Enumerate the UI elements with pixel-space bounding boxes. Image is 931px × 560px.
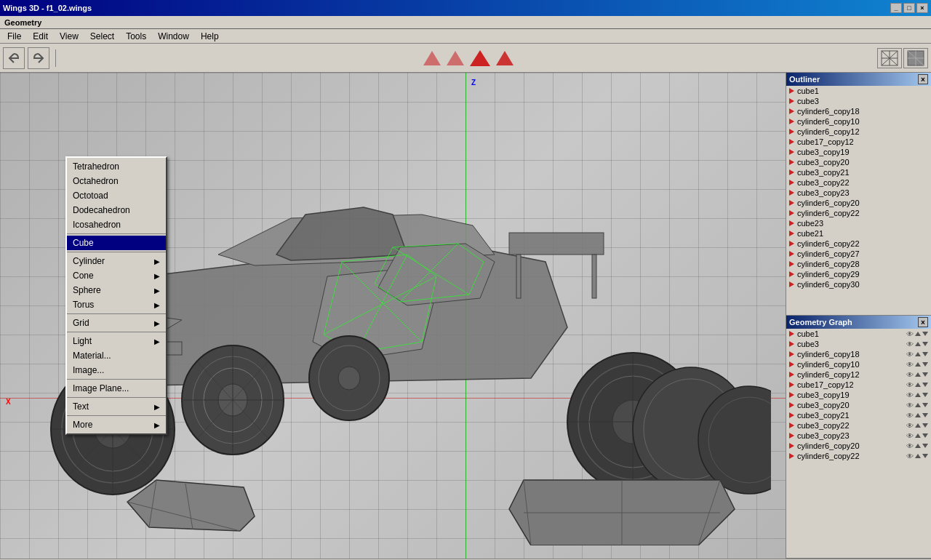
view-tri-4[interactable] — [496, 51, 514, 65]
visibility-icon[interactable]: 👁 — [906, 442, 914, 450]
move-down-icon[interactable] — [922, 444, 928, 448]
move-down-icon[interactable] — [922, 332, 928, 336]
visibility-icon[interactable]: 👁 — [906, 401, 914, 409]
menu-edit[interactable]: Edit — [27, 30, 54, 43]
outliner-item[interactable]: cube17_copy12 — [786, 137, 931, 147]
outliner-item[interactable]: cylinder6_copy27 — [786, 249, 931, 259]
outliner-item[interactable]: cube3_copy20 — [786, 157, 931, 167]
menu-icosahedron[interactable]: Icosahedron — [67, 217, 166, 232]
menu-text[interactable]: Text ▶ — [67, 399, 166, 414]
move-down-icon[interactable] — [922, 413, 928, 417]
move-up-icon[interactable] — [915, 372, 921, 377]
outliner-item[interactable]: cube3_copy19 — [786, 147, 931, 157]
outliner-item[interactable]: cylinder6_copy29 — [786, 269, 931, 279]
geograph-item[interactable]: cylinder6_copy10 👁 — [786, 359, 931, 369]
move-up-icon[interactable] — [915, 413, 921, 417]
outliner-item[interactable]: cube3_copy21 — [786, 167, 931, 177]
wireframe-view-button[interactable] — [877, 48, 902, 68]
undo-button[interactable] — [3, 47, 25, 69]
move-up-icon[interactable] — [915, 332, 921, 336]
geograph-item[interactable]: cube3_copy22 👁 — [786, 420, 931, 431]
menu-tools[interactable]: Tools — [120, 30, 152, 43]
outliner-item[interactable]: cylinder6_copy10 — [786, 116, 931, 127]
view-tri-3[interactable] — [470, 50, 490, 66]
geograph-item[interactable]: cylinder6_copy22 👁 — [786, 451, 931, 461]
geograph-item[interactable]: cube3_copy20 👁 — [786, 400, 931, 410]
geograph-item[interactable]: cylinder6_copy20 👁 — [786, 441, 931, 451]
menu-sphere[interactable]: Sphere ▶ — [67, 283, 166, 297]
minimize-button[interactable]: _ — [890, 3, 902, 13]
outliner-item[interactable]: cylinder6_copy18 — [786, 106, 931, 116]
move-up-icon[interactable] — [915, 454, 921, 458]
move-up-icon[interactable] — [915, 352, 921, 356]
outliner-close-button[interactable]: × — [918, 74, 928, 84]
move-down-icon[interactable] — [922, 423, 928, 428]
menu-tetrahedron[interactable]: Tetrahedron — [67, 159, 166, 174]
solid-view-button[interactable] — [903, 48, 928, 68]
viewport-3d[interactable]: X Z — [0, 73, 786, 559]
menu-cylinder[interactable]: Cylinder ▶ — [67, 254, 166, 268]
visibility-icon[interactable]: 👁 — [906, 371, 914, 379]
redo-button[interactable] — [28, 47, 49, 69]
visibility-icon[interactable]: 👁 — [906, 340, 914, 348]
menu-torus[interactable]: Torus ▶ — [67, 297, 166, 312]
outliner-item[interactable]: cylinder6_copy12 — [786, 127, 931, 137]
menu-light[interactable]: Light ▶ — [67, 334, 166, 348]
geograph-item[interactable]: cylinder6_copy18 👁 — [786, 349, 931, 359]
move-down-icon[interactable] — [922, 383, 928, 387]
move-down-icon[interactable] — [922, 454, 928, 458]
move-up-icon[interactable] — [915, 383, 921, 387]
geograph-item[interactable]: cylinder6_copy12 👁 — [786, 369, 931, 380]
geograph-item[interactable]: cube3_copy21 👁 — [786, 410, 931, 420]
menu-cone[interactable]: Cone ▶ — [67, 268, 166, 283]
move-up-icon[interactable] — [915, 433, 921, 438]
menu-help[interactable]: Help — [195, 30, 225, 43]
move-up-icon[interactable] — [915, 362, 921, 367]
menu-image[interactable]: Image... — [67, 363, 166, 377]
visibility-icon[interactable]: 👁 — [906, 351, 914, 359]
view-tri-1[interactable] — [423, 51, 441, 65]
outliner-item[interactable]: cube3 — [786, 96, 931, 106]
move-down-icon[interactable] — [922, 362, 928, 367]
maximize-button[interactable]: □ — [903, 3, 915, 13]
menu-imageplane[interactable]: Image Plane... — [67, 381, 166, 396]
move-down-icon[interactable] — [922, 342, 928, 346]
geometry-graph-content[interactable]: cube1 👁 cube3 👁 — [786, 329, 931, 461]
geograph-item[interactable]: cube3_copy23 👁 — [786, 431, 931, 441]
geometry-graph-close-button[interactable]: × — [918, 317, 928, 327]
outliner-content[interactable]: cube1 cube3 cylinder6_copy18 cylinder6_c… — [786, 86, 931, 289]
outliner-item[interactable]: cylinder6_copy28 — [786, 259, 931, 269]
move-up-icon[interactable] — [915, 423, 921, 428]
move-down-icon[interactable] — [922, 403, 928, 407]
outliner-item[interactable]: cube1 — [786, 86, 931, 96]
visibility-icon[interactable]: 👁 — [906, 361, 914, 369]
menu-select[interactable]: Select — [84, 30, 120, 43]
outliner-item[interactable]: cylinder6_copy20 — [786, 198, 931, 208]
visibility-icon[interactable]: 👁 — [906, 412, 914, 420]
visibility-icon[interactable]: 👁 — [906, 432, 914, 440]
menu-octotoad[interactable]: Octotoad — [67, 188, 166, 203]
outliner-item[interactable]: cylinder6_copy30 — [786, 279, 931, 289]
menu-view[interactable]: View — [54, 30, 84, 43]
view-tri-2[interactable] — [447, 51, 464, 65]
move-up-icon[interactable] — [915, 403, 921, 407]
visibility-icon[interactable]: 👁 — [906, 381, 914, 389]
geograph-item[interactable]: cube3 👁 — [786, 339, 931, 349]
geograph-item[interactable]: cube1 👁 — [786, 329, 931, 339]
menu-material[interactable]: Material... — [67, 348, 166, 363]
outliner-item[interactable]: cylinder6_copy22 — [786, 208, 931, 218]
move-down-icon[interactable] — [922, 372, 928, 377]
outliner-item[interactable]: cube3_copy23 — [786, 188, 931, 198]
menu-grid[interactable]: Grid ▶ — [67, 316, 166, 330]
move-up-icon[interactable] — [915, 342, 921, 346]
menu-octahedron[interactable]: Octahedron — [67, 174, 166, 188]
menu-window[interactable]: Window — [152, 30, 195, 43]
menu-cube[interactable]: Cube — [67, 236, 166, 250]
move-down-icon[interactable] — [922, 393, 928, 397]
geograph-item[interactable]: cube17_copy12 👁 — [786, 380, 931, 390]
move-up-icon[interactable] — [915, 393, 921, 397]
visibility-icon[interactable]: 👁 — [906, 452, 914, 460]
outliner-item[interactable]: cube21 — [786, 228, 931, 239]
menu-file[interactable]: File — [1, 30, 27, 43]
visibility-icon[interactable]: 👁 — [906, 422, 914, 430]
